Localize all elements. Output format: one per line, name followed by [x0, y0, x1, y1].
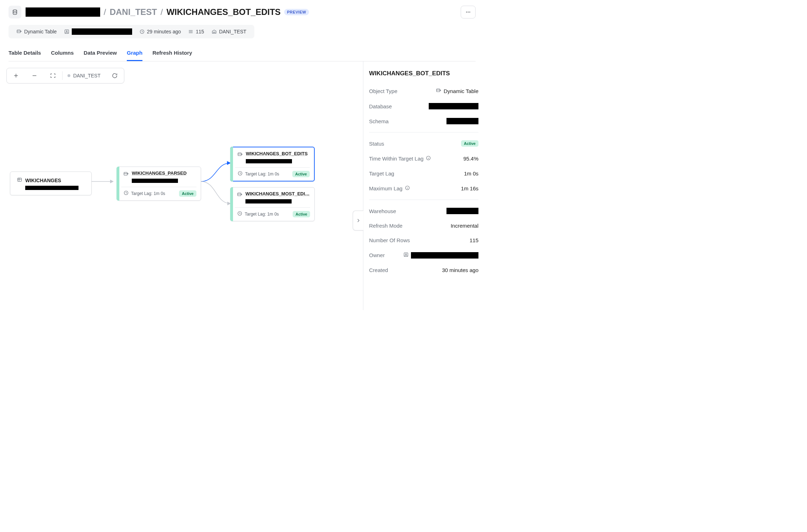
svg-rect-4	[17, 30, 20, 33]
breadcrumb-table[interactable]: WIKICHANGES_BOT_EDITS	[167, 7, 281, 17]
svg-rect-11	[238, 153, 241, 156]
details-value-status: Active	[461, 140, 478, 147]
meta-warehouse[interactable]: DANI_TEST	[208, 27, 250, 36]
meta-last-updated[interactable]: 29 minutes ago	[136, 27, 185, 36]
dynamic-table-icon	[123, 171, 129, 177]
status-badge: Active	[461, 140, 478, 147]
graph-node-wikichanges-parsed[interactable]: WIKICHANGES_PARSED Target Lag: 1m 0s Act…	[117, 167, 201, 201]
meta-updated-label: 29 minutes ago	[147, 29, 181, 34]
node-status-stripe	[230, 147, 233, 181]
svg-rect-15	[437, 89, 440, 92]
details-pane: WIKICHANGES_BOT_EDITS Object Type Dynami…	[363, 61, 484, 310]
details-label: Created	[369, 267, 388, 273]
tab-table-details[interactable]: Table Details	[9, 46, 41, 61]
svg-point-2	[468, 12, 469, 12]
owner-icon	[403, 252, 409, 259]
graph-canvas[interactable]: WIKICHANGES WIKICHANGES_PARSED	[6, 68, 357, 304]
node-title: WIKICHANGES_BOT_EDITS	[246, 151, 308, 156]
details-label: Time Within Target Lag	[369, 155, 431, 162]
details-redacted	[446, 118, 478, 124]
details-row-number-of-rows: Number Of Rows 115	[369, 233, 478, 248]
details-value-object-type: Dynamic Table	[436, 88, 478, 94]
svg-point-1	[466, 12, 467, 12]
breadcrumb-schema[interactable]: DANI_TEST	[110, 7, 157, 17]
warehouse-icon	[211, 29, 217, 34]
content-split: DANI_TEST	[0, 61, 484, 310]
table-icon	[17, 177, 22, 184]
tab-data-preview[interactable]: Data Preview	[84, 46, 117, 61]
meta-row-count[interactable]: 115	[184, 27, 207, 36]
database-icon	[9, 6, 21, 18]
graph-node-wikichanges[interactable]: WIKICHANGES	[10, 172, 92, 195]
tab-refresh-history[interactable]: Refresh History	[152, 46, 192, 61]
node-status-badge: Active	[179, 190, 196, 197]
meta-row-count-label: 115	[196, 29, 204, 34]
svg-point-0	[13, 10, 17, 11]
details-redacted	[411, 252, 478, 259]
details-label: Status	[369, 141, 384, 147]
dynamic-table-icon	[16, 29, 22, 34]
node-subtitle-redacted	[132, 179, 178, 183]
meta-object-type[interactable]: Dynamic Table	[13, 27, 60, 36]
clock-icon	[237, 170, 243, 177]
breadcrumb-database-redacted[interactable]	[26, 7, 100, 17]
details-value-owner	[403, 252, 478, 259]
dynamic-table-icon	[237, 152, 243, 157]
node-lag-label: Target Lag: 1m 0s	[245, 172, 279, 177]
tab-columns[interactable]: Columns	[51, 46, 74, 61]
svg-point-3	[469, 12, 470, 12]
info-icon[interactable]	[405, 185, 410, 192]
svg-rect-8	[18, 178, 22, 181]
details-divider	[369, 200, 478, 200]
details-label-text: Maximum Lag	[369, 185, 402, 191]
details-value-database	[429, 103, 478, 109]
details-label: Warehouse	[369, 208, 396, 214]
clock-icon	[237, 211, 243, 217]
graph-node-wikichanges-most-edits[interactable]: WIKICHANGES_MOST_EDI… Target Lag: 1m 0s …	[230, 187, 315, 221]
details-value-refresh-mode: Incremental	[451, 223, 478, 229]
node-subtitle-redacted	[246, 159, 292, 163]
node-title: WIKICHANGES	[25, 178, 61, 183]
details-title: WIKICHANGES_BOT_EDITS	[369, 70, 478, 77]
node-title: WIKICHANGES_PARSED	[132, 170, 186, 176]
rows-icon	[188, 29, 194, 34]
graph-node-wikichanges-bot-edits[interactable]: WIKICHANGES_BOT_EDITS Target Lag: 1m 0s …	[230, 147, 315, 181]
info-icon[interactable]	[426, 155, 431, 162]
details-redacted	[446, 208, 478, 214]
breadcrumb-sep-2: /	[161, 7, 163, 17]
meta-object-type-label: Dynamic Table	[24, 29, 57, 34]
details-row-warehouse: Warehouse	[369, 203, 478, 218]
preview-badge: PREVIEW	[284, 9, 309, 15]
collapse-details-button[interactable]	[353, 211, 363, 230]
owner-icon	[64, 29, 70, 34]
svg-rect-13	[238, 193, 241, 196]
details-row-refresh-mode: Refresh Mode Incremental	[369, 218, 478, 233]
details-value-time-within: 95.4%	[463, 156, 478, 162]
svg-point-19	[406, 254, 407, 255]
node-lag-label: Target Lag: 1m 0s	[245, 212, 279, 217]
details-row-schema: Schema	[369, 114, 478, 129]
meta-owner[interactable]	[60, 27, 136, 36]
node-status-stripe	[117, 167, 119, 201]
node-title: WIKICHANGES_MOST_EDI…	[245, 191, 310, 196]
meta-chip-row: Dynamic Table 29 minutes ago 115 DANI_TE…	[9, 25, 254, 38]
details-label: Target Lag	[369, 170, 394, 177]
more-actions-button[interactable]	[461, 6, 476, 18]
dynamic-table-icon	[436, 88, 442, 94]
page-header: / DANI_TEST / WIKICHANGES_BOT_EDITS PREV…	[0, 0, 484, 21]
node-status-stripe	[230, 187, 233, 221]
details-row-database: Database	[369, 99, 478, 114]
tab-graph[interactable]: Graph	[127, 46, 142, 61]
details-divider	[369, 132, 478, 132]
details-row-owner: Owner	[369, 248, 478, 263]
details-label: Number Of Rows	[369, 237, 410, 243]
node-status-badge: Active	[293, 211, 310, 217]
clock-icon	[123, 190, 129, 197]
graph-pane: DANI_TEST	[0, 61, 363, 310]
meta-warehouse-label: DANI_TEST	[219, 29, 247, 34]
node-subtitle-redacted	[245, 199, 292, 203]
details-value-number-of-rows: 115	[470, 237, 478, 243]
details-value-text: Dynamic Table	[444, 88, 478, 94]
details-value-target-lag: 1m 0s	[464, 170, 478, 177]
details-redacted	[429, 103, 478, 109]
